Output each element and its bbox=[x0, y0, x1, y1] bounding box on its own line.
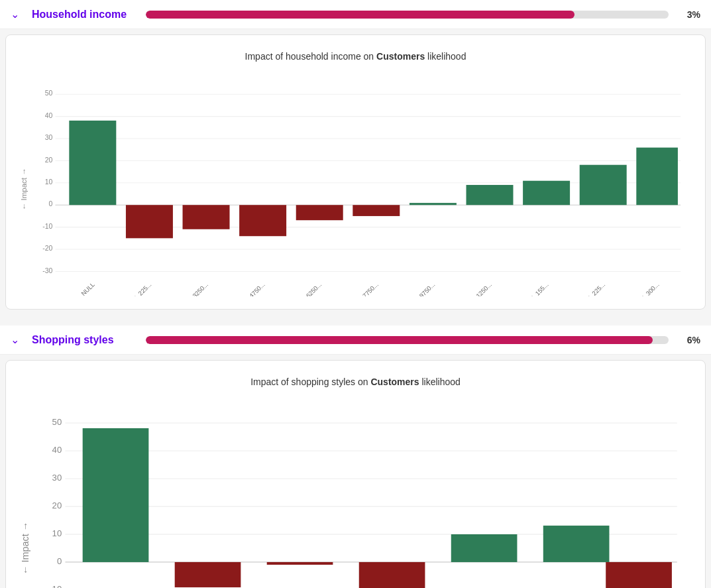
shopping-styles-pct: 6% bbox=[677, 335, 700, 345]
household-income-svg-chart: ← Impact → 50 40 30 20 10 0 -10 -20 -30 bbox=[17, 75, 694, 296]
svg-text:10: 10 bbox=[45, 178, 53, 186]
bar-8 bbox=[523, 181, 570, 206]
household-income-title: Household income bbox=[32, 9, 138, 21]
chevron-down-icon[interactable]: ⌄ bbox=[11, 8, 24, 21]
household-income-progress-fill bbox=[146, 11, 574, 19]
chevron-down-icon-2[interactable]: ⌄ bbox=[11, 333, 24, 346]
bar-6 bbox=[410, 203, 457, 205]
svg-text:(62500.0, 7750...: (62500.0, 7750... bbox=[341, 280, 380, 296]
bar-2 bbox=[183, 205, 230, 229]
svg-text:10: 10 bbox=[52, 528, 62, 538]
household-income-section: ⌄ Household income 3% Impact of househol… bbox=[0, 0, 711, 310]
svg-text:20: 20 bbox=[52, 500, 62, 510]
ss-bar-prefers bbox=[543, 526, 610, 562]
svg-text:40: 40 bbox=[45, 112, 53, 119]
svg-text:← Impact →: ← Impact → bbox=[20, 522, 30, 575]
bar-1 bbox=[126, 205, 173, 238]
bar-9 bbox=[580, 165, 627, 206]
svg-text:(97500.0, 1250...: (97500.0, 1250... bbox=[455, 280, 493, 296]
bar-5 bbox=[353, 205, 400, 216]
svg-text:20: 20 bbox=[45, 156, 53, 164]
household-income-progress-bar bbox=[146, 11, 669, 19]
svg-text:(125000.0, 155...: (125000.0, 155... bbox=[512, 280, 550, 296]
svg-text:(22500.0, 3250...: (22500.0, 3250... bbox=[171, 280, 209, 296]
ss-bar-retail bbox=[606, 562, 672, 588]
svg-text:-30: -30 bbox=[42, 267, 52, 274]
svg-text:(77500.0, 9750...: (77500.0, 9750... bbox=[398, 280, 437, 296]
bar-10 bbox=[636, 148, 678, 206]
svg-text:0: 0 bbox=[48, 200, 52, 207]
ss-bar-brick bbox=[359, 562, 425, 588]
bar-4 bbox=[296, 205, 343, 220]
ss-bar-null bbox=[83, 428, 149, 562]
shopping-styles-chart-panel: Impact of shopping styles on Customers l… bbox=[5, 360, 706, 588]
svg-text:(47500.0, 6250...: (47500.0, 6250... bbox=[284, 280, 323, 296]
shopping-styles-progress-fill bbox=[146, 336, 653, 344]
svg-text:-20: -20 bbox=[42, 245, 52, 252]
svg-text:30: 30 bbox=[52, 473, 62, 483]
svg-text:50: 50 bbox=[52, 417, 62, 427]
shopping-styles-progress-bar bbox=[146, 336, 669, 344]
shopping-styles-title: Shopping styles bbox=[32, 334, 138, 346]
household-income-header: ⌄ Household income 3% bbox=[0, 0, 711, 29]
svg-text:30: 30 bbox=[45, 134, 53, 141]
svg-text:-10: -10 bbox=[42, 223, 52, 230]
page-container: ⌄ Household income 3% Impact of househol… bbox=[0, 0, 711, 588]
svg-text:← Impact →: ← Impact → bbox=[20, 168, 28, 210]
svg-text:(155000.0, 225...: (155000.0, 225... bbox=[568, 280, 606, 296]
svg-text:NULL: NULL bbox=[80, 280, 96, 296]
shopping-styles-header: ⌄ Shopping styles 6% bbox=[0, 325, 711, 355]
svg-text:-10: -10 bbox=[49, 584, 62, 588]
svg-text:(32500.0, 4750...: (32500.0, 4750... bbox=[228, 280, 266, 296]
shopping-styles-section: ⌄ Shopping styles 6% Impact of shopping … bbox=[0, 325, 711, 588]
household-income-pct: 3% bbox=[677, 9, 700, 20]
section-separator bbox=[0, 320, 711, 325]
svg-text:0: 0 bbox=[57, 556, 62, 566]
household-income-chart-title: Impact of household income on Customers … bbox=[17, 51, 694, 62]
shopping-styles-svg-chart: ← Impact → 50 40 30 20 10 0 -10 -20 -30 … bbox=[17, 400, 694, 588]
household-income-chart-panel: Impact of household income on Customers … bbox=[5, 34, 706, 310]
bar-7 bbox=[466, 185, 514, 205]
bar-null bbox=[69, 121, 116, 205]
ss-bar-luxury bbox=[451, 534, 518, 562]
svg-text:(225000.0, 300...: (225000.0, 300... bbox=[622, 280, 661, 296]
bar-3 bbox=[239, 205, 286, 236]
svg-text:40: 40 bbox=[52, 445, 62, 455]
svg-text:50: 50 bbox=[45, 89, 53, 97]
svg-text:(-4999,999, 225...: (-4999,999, 225... bbox=[113, 280, 152, 296]
ss-bar-bargain bbox=[267, 562, 333, 565]
shopping-styles-chart-title: Impact of shopping styles on Customers l… bbox=[17, 377, 694, 387]
ss-bar-amazon bbox=[175, 562, 241, 587]
